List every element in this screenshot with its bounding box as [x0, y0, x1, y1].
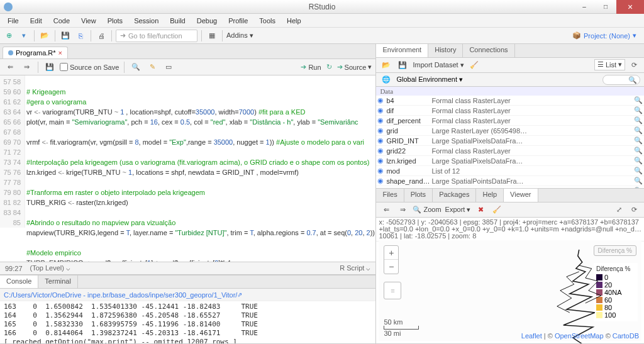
maximize-button[interactable]: □ — [595, 0, 616, 14]
viewer-forward-icon[interactable]: ⇒ — [396, 204, 409, 216]
save-icon[interactable]: 💾 — [59, 30, 72, 42]
load-workspace-icon[interactable]: 📂 — [380, 59, 392, 72]
env-tab-history[interactable]: History — [428, 44, 463, 57]
viewer-back-icon[interactable]: ⇐ — [380, 204, 392, 216]
code-editor[interactable]: 57 58 59 60 61 62 63 64 65 66 67 68 69 7… — [0, 75, 375, 262]
console-working-dir[interactable]: C:/Users/Victor/OneDrive - inpe.br/base_… — [0, 289, 375, 301]
inspect-icon[interactable]: 🔍 — [634, 167, 643, 175]
save-all-icon[interactable]: ⎘ — [74, 30, 87, 42]
grid-icon[interactable]: ▦ — [206, 30, 218, 42]
inspect-icon[interactable]: 🔍 — [634, 106, 643, 114]
inspect-icon[interactable]: 🔍 — [634, 177, 643, 185]
expand-icon[interactable]: ◉ — [377, 116, 386, 125]
menu-file[interactable]: File — [3, 16, 24, 26]
map-canvas[interactable]: + − ≡ Diferença % Diferença % 02040NA608… — [379, 240, 641, 341]
refresh-env-icon[interactable]: ⟳ — [628, 59, 640, 72]
inspect-icon[interactable]: 🔍 — [634, 136, 643, 145]
find-icon[interactable]: 🔍 — [130, 61, 142, 74]
menu-build[interactable]: Build — [165, 16, 190, 26]
zoom-button[interactable]: 🔍 Zoom — [413, 206, 441, 214]
env-search-input[interactable]: 🔍 — [602, 75, 640, 85]
zoom-out-button[interactable]: − — [384, 260, 398, 274]
clear-env-icon[interactable]: 🧹 — [468, 59, 480, 72]
viewer-tab-packages[interactable]: Packages — [433, 189, 476, 202]
expand-icon[interactable]: ◉ — [377, 157, 386, 165]
popup-icon[interactable]: ⤢ — [613, 204, 625, 216]
env-row[interactable]: ◉gridLarge RasterLayer (6595498…🔍 — [376, 126, 644, 136]
menu-code[interactable]: Code — [48, 16, 75, 26]
menu-plots[interactable]: Plots — [103, 16, 128, 26]
inspect-icon[interactable]: 🔍 — [634, 126, 643, 135]
clear-viewer-icon[interactable]: 🧹 — [491, 204, 503, 216]
env-row[interactable]: ◉grid22Formal class RasterLayer🔍 — [376, 146, 644, 156]
project-menu[interactable]: 📦Project: (None) ▾ — [572, 31, 641, 40]
console-output[interactable]: 163 0 1.6500842 1.535401330 -45.12441 -1… — [0, 301, 375, 343]
inspect-icon[interactable]: 🔍 — [634, 157, 643, 165]
env-row[interactable]: ◉shpFormal class SpatialPoints…🔍 — [376, 186, 644, 188]
language-indicator[interactable]: R Script ⌵ — [340, 264, 370, 272]
run-button[interactable]: ➔Run — [301, 63, 321, 71]
print-icon[interactable]: 🖨 — [95, 30, 108, 42]
inspect-icon[interactable]: 🔍 — [634, 147, 643, 155]
export-menu[interactable]: Export ▾ — [445, 206, 471, 214]
addins-menu[interactable]: Addins ▾ — [226, 31, 253, 40]
source-button[interactable]: ➔Source ▾ — [337, 63, 372, 71]
expand-icon[interactable]: ◉ — [377, 136, 386, 145]
new-file-icon[interactable]: ⊕ — [3, 30, 15, 42]
open-file-icon[interactable]: 📂 — [38, 30, 51, 42]
back-icon[interactable]: ⇐ — [4, 61, 16, 74]
goto-file-input[interactable]: ➜Go to file/function — [116, 30, 197, 42]
env-row[interactable]: ◉dif_percentFormal class RasterLayer🔍 — [376, 116, 644, 126]
env-row[interactable]: ◉shape_rand…Large SpatialPointsDataFra…🔍 — [376, 176, 644, 186]
env-scope-select[interactable]: Global Environment ▾ — [396, 75, 463, 84]
viewer-tab-viewer[interactable]: Viewer — [504, 189, 538, 202]
console-tab-console[interactable]: Console — [0, 275, 38, 288]
env-row[interactable]: ◉difFormal class RasterLayer🔍 — [376, 106, 644, 116]
refresh-viewer-icon[interactable]: ⟳ — [628, 204, 640, 216]
viewer-tab-files[interactable]: Files — [376, 189, 404, 202]
source-on-save-checkbox[interactable]: Source on Save — [60, 63, 119, 71]
remove-viewer-icon[interactable]: ✖ — [474, 204, 487, 216]
menu-debug[interactable]: Debug — [192, 16, 222, 26]
forward-icon[interactable]: ⇒ — [20, 61, 33, 74]
menu-tools[interactable]: Tools — [254, 16, 280, 26]
inspect-icon[interactable]: 🔍 — [634, 96, 643, 104]
save-workspace-icon[interactable]: 💾 — [396, 59, 409, 72]
wand-icon[interactable]: ✎ — [146, 61, 158, 74]
compile-icon[interactable]: ▭ — [162, 61, 175, 74]
menu-session[interactable]: Session — [129, 16, 164, 26]
zoom-in-button[interactable]: + — [384, 246, 398, 260]
map-layers-button[interactable]: ≡ — [384, 282, 401, 299]
expand-icon[interactable]: ◉ — [377, 147, 386, 155]
expand-icon[interactable]: ◉ — [377, 106, 386, 114]
env-tab-environment[interactable]: Environment — [376, 44, 428, 57]
env-tab-connections[interactable]: Connections — [463, 44, 514, 57]
inspect-icon[interactable]: 🔍 — [634, 116, 643, 125]
expand-icon[interactable]: ◉ — [377, 177, 386, 185]
inspect-icon[interactable]: 🔍 — [634, 187, 643, 188]
close-button[interactable]: × — [616, 0, 644, 14]
expand-icon[interactable]: ◉ — [377, 96, 386, 104]
new-project-icon[interactable]: ▾ — [18, 30, 30, 42]
env-view-mode[interactable]: ☰ List ▾ — [594, 59, 625, 70]
expand-icon[interactable]: ◉ — [377, 126, 386, 135]
menu-help[interactable]: Help — [282, 16, 306, 26]
console-tab-terminal[interactable]: Terminal — [38, 275, 78, 288]
env-row[interactable]: ◉b4Formal class RasterLayer🔍 — [376, 96, 644, 106]
menu-edit[interactable]: Edit — [25, 16, 47, 26]
close-tab-icon[interactable]: × — [58, 49, 62, 57]
viewer-tab-help[interactable]: Help — [476, 189, 504, 202]
env-row[interactable]: ◉GRID_INTLarge SpatialPixelsDataFra…🔍 — [376, 136, 644, 146]
import-dataset-menu[interactable]: Import Dataset ▾ — [413, 61, 464, 69]
minimize-button[interactable]: – — [574, 0, 595, 14]
save-source-icon[interactable]: 💾 — [43, 61, 56, 74]
env-list[interactable]: Data ◉b4Formal class RasterLayer🔍◉difFor… — [376, 87, 644, 188]
expand-icon[interactable]: ◉ — [377, 167, 386, 175]
menu-profile[interactable]: Profile — [223, 16, 253, 26]
menu-view[interactable]: View — [76, 16, 101, 26]
env-row[interactable]: ◉modList of 12🔍 — [376, 166, 644, 176]
scope-selector[interactable]: (Top Level) ⌵ — [30, 264, 70, 272]
source-tab[interactable]: Programa.R* × — [3, 47, 68, 58]
rerun-button[interactable]: ↻ — [326, 63, 332, 71]
viewer-tab-plots[interactable]: Plots — [404, 189, 433, 202]
